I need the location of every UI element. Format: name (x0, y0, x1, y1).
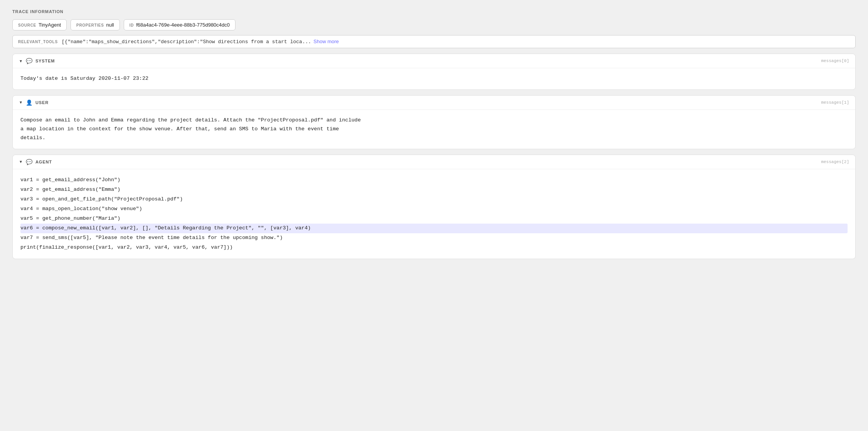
source-label: source (18, 23, 36, 27)
code-line-2: var3 = open_and_get_file_path("ProjectPr… (20, 195, 848, 204)
source-value: TinyAgent (39, 22, 61, 28)
relevant-tools-row: relevant_tools[{"name":"maps_show_direct… (12, 35, 856, 48)
id-value: f68a4ac4-769e-4eee-88b3-775d980c4dc0 (136, 22, 230, 28)
user-label: USER (35, 100, 49, 105)
agent-label: AGENT (35, 160, 52, 164)
properties-label: properties (76, 23, 104, 27)
message-index-0: messages[0] (821, 59, 849, 63)
user-icon: 👤 (26, 99, 32, 106)
message-header-1: ▼👤USERmessages[1] (13, 96, 855, 110)
message-block-2: ▼💬AGENTmessages[2]var1 = get_email_addre… (12, 155, 856, 259)
trace-tags: sourceTinyAgent propertiesnull idf68a4ac… (12, 19, 856, 30)
message-index-2: messages[2] (821, 160, 849, 164)
code-line-6: var7 = send_sms([var5], "Please note the… (20, 233, 848, 243)
chevron-down-icon[interactable]: ▼ (19, 100, 23, 104)
properties-tag: propertiesnull (71, 19, 120, 30)
code-line-7: print(finalize_response([var1, var2, var… (20, 243, 848, 253)
code-body-2: var1 = get_email_address("John")var2 = g… (13, 169, 855, 259)
chevron-down-icon[interactable]: ▼ (19, 59, 23, 63)
code-line-1: var2 = get_email_address("Emma") (20, 185, 848, 195)
properties-value: null (106, 22, 114, 28)
message-block-1: ▼👤USERmessages[1]Compose an email to Joh… (12, 95, 856, 149)
message-index-1: messages[1] (821, 100, 849, 105)
id-label: id (130, 23, 134, 27)
relevant-tools-label: relevant_tools (18, 40, 58, 44)
system-icon: 💬 (26, 58, 32, 64)
code-line-0: var1 = get_email_address("John") (20, 175, 848, 185)
message-body-1: Compose an email to John and Emma regard… (13, 110, 855, 149)
message-header-2: ▼💬AGENTmessages[2] (13, 155, 855, 169)
message-body-0: Today's date is Saturday 2020-11-07 23:2… (13, 68, 855, 89)
code-line-4: var5 = get_phone_number("Maria") (20, 214, 848, 224)
show-more-link[interactable]: Show more (313, 39, 339, 44)
id-tag: idf68a4ac4-769e-4eee-88b3-775d980c4dc0 (124, 19, 236, 30)
agent-icon: 💬 (26, 159, 32, 165)
relevant-tools-text: [{"name":"maps_show_directions","descrip… (62, 39, 311, 45)
trace-section: Trace Information sourceTinyAgent proper… (12, 9, 856, 48)
message-block-0: ▼💬SYSTEMmessages[0]Today's date is Satur… (12, 54, 856, 90)
messages-section: ▼💬SYSTEMmessages[0]Today's date is Satur… (12, 54, 856, 259)
source-tag: sourceTinyAgent (12, 19, 67, 30)
code-line-3: var4 = maps_open_location("show venue") (20, 204, 848, 214)
message-header-0: ▼💬SYSTEMmessages[0] (13, 54, 855, 68)
code-line-5: var6 = compose_new_email([var1, var2], [… (20, 224, 848, 233)
chevron-down-icon[interactable]: ▼ (19, 160, 23, 164)
trace-header: Trace Information (12, 9, 856, 14)
system-label: SYSTEM (35, 59, 55, 63)
